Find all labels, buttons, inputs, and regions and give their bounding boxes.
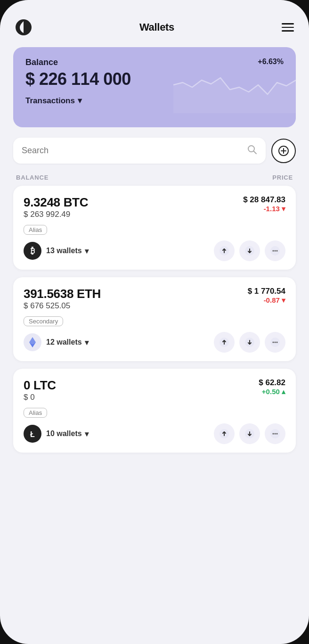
svg-point-13 bbox=[273, 250, 274, 252]
btc-wallet-count: 13 wallets ▾ bbox=[46, 247, 89, 256]
eth-logo bbox=[24, 333, 41, 351]
ltc-receive-button[interactable] bbox=[239, 423, 260, 444]
svg-point-24 bbox=[273, 342, 274, 343]
app-logo bbox=[15, 19, 32, 36]
ltc-send-button[interactable] bbox=[214, 423, 235, 444]
svg-text:₿: ₿ bbox=[31, 247, 35, 256]
eth-alias-tag: Secondary bbox=[24, 316, 63, 326]
up-arrow-icon: ▴ bbox=[282, 388, 285, 396]
svg-line-2 bbox=[254, 151, 257, 154]
balance-label: Balance bbox=[25, 58, 58, 67]
svg-point-14 bbox=[275, 250, 276, 252]
menu-button[interactable] bbox=[282, 23, 294, 32]
crypto-card-btc: 9.3248 BTC $ 263 992.49 $ 28 847.83 -1.1… bbox=[13, 186, 296, 270]
btc-usd-value: $ 263 992.49 bbox=[24, 210, 88, 219]
down-arrow-icon: ▾ bbox=[282, 205, 285, 213]
crypto-card-ltc: 0 LTC $ 0 $ 62.82 +0.50 ▴ Alias bbox=[13, 369, 296, 453]
svg-point-36 bbox=[276, 433, 278, 435]
ltc-amount: 0 LTC bbox=[24, 378, 56, 393]
ltc-wallet-count: 10 wallets ▾ bbox=[46, 429, 89, 438]
balance-column-header: BALANCE bbox=[16, 174, 49, 181]
ltc-logo: Ł bbox=[24, 425, 41, 443]
eth-price: $ 1 770.54 bbox=[248, 287, 285, 296]
ltc-usd-value: $ 0 bbox=[24, 393, 56, 402]
btc-change: -1.13 ▾ bbox=[243, 205, 285, 213]
phone-container: Wallets Balance +6.63% $ 226 114 000 Tra… bbox=[0, 0, 309, 644]
svg-text:Ł: Ł bbox=[30, 430, 35, 438]
eth-send-button[interactable] bbox=[214, 332, 235, 353]
down-arrow-icon: ▾ bbox=[282, 296, 285, 304]
chevron-down-icon: ▾ bbox=[85, 247, 89, 256]
svg-point-26 bbox=[276, 342, 278, 343]
btc-amount: 9.3248 BTC bbox=[24, 195, 88, 210]
page-title: Wallets bbox=[139, 21, 174, 33]
eth-change: -0.87 ▾ bbox=[248, 296, 285, 305]
svg-point-35 bbox=[275, 433, 276, 435]
search-icon bbox=[247, 144, 257, 157]
btc-alias-tag: Alias bbox=[24, 225, 47, 235]
chevron-down-icon: ▾ bbox=[85, 429, 89, 438]
ltc-more-button[interactable] bbox=[265, 423, 285, 444]
ltc-price: $ 62.82 bbox=[259, 378, 285, 388]
search-box bbox=[13, 138, 266, 164]
transactions-label: Transactions bbox=[25, 96, 75, 106]
header: Wallets bbox=[13, 19, 296, 47]
btc-price: $ 28 847.83 bbox=[243, 195, 285, 205]
crypto-card-eth: 391.5638 ETH $ 676 525.05 $ 1 770.54 -0.… bbox=[13, 277, 296, 361]
eth-more-button[interactable] bbox=[265, 332, 285, 353]
eth-usd-value: $ 676 525.05 bbox=[24, 301, 101, 311]
ltc-change: +0.50 ▴ bbox=[259, 388, 285, 396]
balance-card: Balance +6.63% $ 226 114 000 Transaction… bbox=[13, 47, 296, 127]
svg-point-15 bbox=[276, 250, 278, 252]
btc-receive-button[interactable] bbox=[239, 240, 260, 261]
crypto-list: 9.3248 BTC $ 263 992.49 $ 28 847.83 -1.1… bbox=[13, 186, 296, 453]
price-column-header: PRICE bbox=[272, 174, 293, 181]
eth-receive-button[interactable] bbox=[239, 332, 260, 353]
chevron-down-icon: ▾ bbox=[85, 338, 89, 347]
search-input[interactable] bbox=[22, 146, 241, 156]
svg-point-25 bbox=[275, 342, 276, 343]
balance-chart bbox=[173, 61, 296, 113]
search-row bbox=[13, 138, 296, 164]
ltc-alias-tag: Alias bbox=[24, 408, 47, 418]
btc-send-button[interactable] bbox=[214, 240, 235, 261]
btc-logo: ₿ bbox=[24, 242, 41, 260]
svg-point-34 bbox=[273, 433, 274, 435]
add-wallet-button[interactable] bbox=[271, 139, 296, 163]
eth-wallet-count: 12 wallets ▾ bbox=[46, 338, 89, 347]
chevron-down-icon: ▾ bbox=[78, 96, 82, 106]
column-headers: BALANCE PRICE bbox=[13, 174, 296, 186]
eth-amount: 391.5638 ETH bbox=[24, 287, 101, 301]
btc-more-button[interactable] bbox=[265, 240, 285, 261]
